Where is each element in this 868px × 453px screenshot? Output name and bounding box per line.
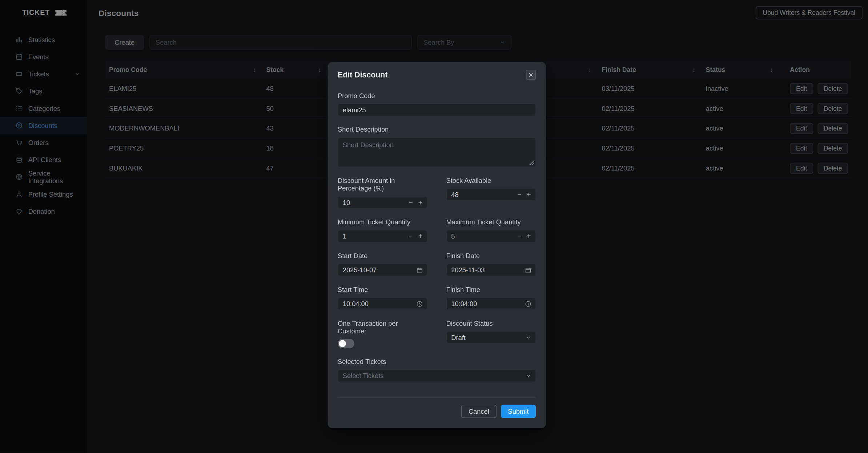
- time-row: Start Time 10:04:00 Finish Time 10:04:00: [338, 286, 536, 310]
- modal-title: Edit Discount: [338, 70, 387, 79]
- start-date-input[interactable]: 2025-10-07: [338, 264, 427, 276]
- start-date-field: Start Date 2025-10-07: [338, 252, 427, 276]
- date-row: Start Date 2025-10-07 Finish Date 2025-1…: [338, 252, 536, 276]
- calendar-icon: [525, 266, 531, 273]
- short-description-label: Short Description: [338, 126, 536, 133]
- discount-status-field: Discount Status Draft: [446, 320, 536, 348]
- edit-discount-modal: Edit Discount ✕ Promo Code Short Descrip…: [328, 62, 546, 428]
- calendar-icon: [416, 266, 423, 273]
- cancel-button[interactable]: Cancel: [461, 405, 496, 418]
- clock-icon: [525, 300, 531, 307]
- discount-status-label: Discount Status: [446, 320, 536, 327]
- close-icon[interactable]: ✕: [526, 70, 536, 80]
- chevron-down-icon: [525, 373, 531, 379]
- promo-code-field: Promo Code: [338, 92, 536, 116]
- selected-tickets-field: Selected Tickets Select Tickets: [338, 358, 536, 382]
- modal-divider: [338, 398, 536, 398]
- increment-button[interactable]: +: [527, 230, 531, 242]
- finish-date-input[interactable]: 2025-11-03: [446, 264, 536, 276]
- finish-time-field: Finish Time 10:04:00: [446, 286, 536, 310]
- app-root: TICKET Statistics Events Tickets Tags: [0, 0, 868, 453]
- min-quantity-stepper[interactable]: 1 − +: [338, 230, 427, 242]
- one-transaction-field: One Transaction per Customer: [338, 320, 427, 348]
- finish-date-field: Finish Date 2025-11-03: [446, 252, 536, 276]
- one-transaction-label: One Transaction per Customer: [338, 320, 427, 335]
- stock-available-field: Stock Available 48 − +: [446, 177, 536, 209]
- increment-button[interactable]: +: [527, 189, 531, 200]
- quantity-row: Minimum Ticket Quantity 1 − + Maximum Ti…: [338, 218, 536, 242]
- min-quantity-field: Minimum Ticket Quantity 1 − +: [338, 218, 427, 242]
- short-description-textarea[interactable]: [338, 137, 536, 167]
- clock-icon: [416, 300, 423, 307]
- max-quantity-value: 5: [451, 232, 455, 240]
- selected-tickets-label: Selected Tickets: [338, 358, 536, 365]
- short-description-field: Short Description: [338, 126, 536, 167]
- start-date-value: 2025-10-07: [343, 266, 377, 274]
- modal-footer: Cancel Submit: [338, 405, 536, 418]
- finish-date-value: 2025-11-03: [451, 266, 485, 274]
- modal-header: Edit Discount ✕: [338, 70, 536, 80]
- chevron-down-icon: [525, 334, 531, 341]
- decrement-button[interactable]: −: [517, 230, 522, 242]
- finish-time-input[interactable]: 10:04:00: [446, 297, 536, 310]
- stock-available-value: 48: [451, 191, 458, 199]
- selected-tickets-placeholder: Select Tickets: [343, 372, 384, 380]
- discount-amount-label: Discount Amount in Percentage (%): [338, 177, 427, 192]
- start-date-label: Start Date: [338, 252, 427, 260]
- min-quantity-label: Minimum Ticket Quantity: [338, 218, 427, 226]
- toggle-knob: [339, 340, 346, 347]
- discount-amount-stepper[interactable]: 10 − +: [338, 196, 427, 209]
- start-time-field: Start Time 10:04:00: [338, 286, 427, 310]
- amount-stock-row: Discount Amount in Percentage (%) 10 − +…: [338, 177, 536, 209]
- decrement-button[interactable]: −: [517, 189, 522, 200]
- stock-available-label: Stock Available: [446, 177, 536, 184]
- selected-tickets-select[interactable]: Select Tickets: [338, 369, 536, 382]
- promo-code-input[interactable]: [338, 104, 536, 116]
- increment-button[interactable]: +: [418, 197, 422, 208]
- decrement-button[interactable]: −: [409, 197, 413, 208]
- finish-time-value: 10:04:00: [451, 300, 477, 308]
- finish-time-label: Finish Time: [446, 286, 536, 293]
- stock-available-stepper[interactable]: 48 − +: [446, 188, 536, 201]
- toggle-status-row: One Transaction per Customer Discount St…: [338, 320, 536, 348]
- start-time-value: 10:04:00: [343, 300, 369, 308]
- discount-status-value: Draft: [451, 334, 466, 341]
- submit-button[interactable]: Submit: [501, 405, 536, 418]
- increment-button[interactable]: +: [418, 230, 422, 242]
- decrement-button[interactable]: −: [409, 230, 413, 242]
- max-quantity-field: Maximum Ticket Quantity 5 − +: [446, 218, 536, 242]
- finish-date-label: Finish Date: [446, 252, 536, 260]
- start-time-input[interactable]: 10:04:00: [338, 297, 427, 310]
- start-time-label: Start Time: [338, 286, 427, 293]
- min-quantity-value: 1: [343, 232, 346, 240]
- max-quantity-stepper[interactable]: 5 − +: [446, 230, 536, 242]
- discount-status-select[interactable]: Draft: [446, 331, 536, 344]
- max-quantity-label: Maximum Ticket Quantity: [446, 218, 536, 226]
- discount-amount-field: Discount Amount in Percentage (%) 10 − +: [338, 177, 427, 209]
- one-transaction-toggle[interactable]: [338, 339, 354, 348]
- promo-code-label: Promo Code: [338, 92, 536, 100]
- discount-amount-value: 10: [343, 199, 350, 206]
